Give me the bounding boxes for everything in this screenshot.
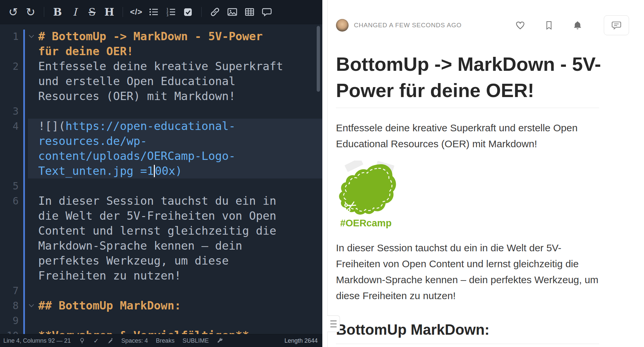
code-line[interactable]: 2Entfessele deine kreative Superkraftund… [0, 59, 322, 104]
keymap-setting[interactable]: SUBLIME [182, 337, 209, 344]
code-text[interactable]: # BottomUp -> MarkDown - 5V-Power [28, 29, 322, 44]
code-text[interactable]: perfektes Werkzeug, um diese [28, 253, 322, 268]
code-line[interactable]: 4![](https://open-educational-resources.… [0, 119, 322, 178]
title-divider [336, 108, 599, 108]
code-text[interactable]: **Verwahren & Vervielfältigen** [28, 328, 322, 334]
link-button[interactable] [208, 4, 222, 20]
section-heading: BottomUp MarkDown: [336, 321, 599, 338]
task-list-button[interactable] [181, 4, 195, 20]
oercamp-logo-image [336, 161, 401, 216]
line-number: 4 [0, 119, 19, 134]
authorship-bar [23, 30, 25, 334]
image-button[interactable] [226, 4, 239, 20]
code-text[interactable]: Markdown-Sprache kennen – dein [28, 238, 322, 253]
line-number: 3 [0, 104, 19, 119]
strikethrough-button[interactable]: S [85, 4, 99, 20]
undo-icon: ↺ [9, 6, 18, 18]
rendered-document: BottomUp -> MarkDown - 5V-Power für dein… [336, 51, 599, 344]
code-text[interactable]: für deine OER! [28, 44, 322, 59]
code-text[interactable]: Content und lernst gleichzeitig die [28, 223, 322, 238]
section-divider [336, 344, 599, 344]
line-number [0, 89, 19, 104]
undo-button[interactable]: ↺ [7, 4, 20, 20]
list-ol-icon: 123 [166, 7, 176, 17]
line-number [0, 134, 19, 149]
logo-caption: #OERcamp [336, 218, 396, 229]
code-line[interactable]: 6In dieser Session tauchst du ein indie … [0, 193, 322, 283]
preview-actions [515, 15, 629, 35]
indent-setting[interactable]: Spaces: 4 [121, 337, 148, 344]
markdown-editor-pane: ↺ ↻ B I S H </> 123 [0, 0, 322, 347]
pane-resize-handle[interactable] [327, 315, 340, 332]
document-length: Length 2644 [284, 337, 318, 344]
code-line[interactable]: 5 [0, 178, 322, 193]
code-line[interactable]: 7 [0, 283, 322, 298]
line-number [0, 238, 19, 253]
code-text[interactable]: Text_unten.jpg =100x) [28, 164, 322, 178]
linebreak-setting[interactable]: Breaks [156, 337, 174, 344]
italic-button[interactable]: I [68, 4, 81, 20]
code-text[interactable] [28, 104, 322, 119]
code-text[interactable]: In dieser Session tauchst du ein in [28, 193, 322, 208]
code-line[interactable]: 10**Verwahren & Vervielfältigen** [0, 328, 322, 334]
line-number: 7 [0, 283, 19, 298]
code-text[interactable] [28, 283, 322, 298]
avatar[interactable] [336, 19, 349, 32]
ordered-list-button[interactable]: 123 [164, 4, 177, 20]
spellcheck-toggle[interactable]: ✓ [93, 337, 99, 345]
code-block-button[interactable]: </> [130, 4, 143, 20]
line-number: 8 [0, 298, 19, 313]
app: { "colors": { "editor_heading": "#dfa15a… [0, 0, 644, 347]
fold-chevron-icon[interactable] [29, 302, 34, 307]
toolbar-separator [123, 7, 123, 17]
code-line[interactable]: 9 [0, 313, 322, 328]
code-text[interactable]: ![](https://open-educational- [28, 119, 322, 134]
line-number [0, 164, 19, 178]
code-line[interactable]: 1# BottomUp -> MarkDown - 5V-Powerfür de… [0, 29, 322, 59]
heart-icon[interactable] [515, 20, 525, 31]
table-icon [245, 7, 255, 17]
editor-scrollbar[interactable] [317, 26, 320, 92]
code-text[interactable]: Resources (OER) mit Markdown! [28, 89, 322, 104]
link-icon [210, 7, 220, 17]
code-line[interactable]: 3 [0, 104, 322, 119]
redo-icon: ↻ [26, 6, 36, 18]
code-line[interactable]: 8## BottomUp MarkDown: [0, 298, 322, 313]
line-number [0, 223, 19, 238]
line-number: 10 [0, 328, 19, 334]
code-text[interactable] [28, 178, 322, 193]
code-text[interactable]: Freiheiten zu nutzen! [28, 268, 322, 283]
line-number [0, 268, 19, 283]
fold-chevron-icon[interactable] [29, 33, 34, 38]
preferences-button[interactable] [217, 337, 223, 344]
comment-icon [262, 7, 272, 17]
grip-line [330, 320, 337, 321]
redo-button[interactable]: ↻ [24, 4, 37, 20]
grip-line [330, 323, 337, 324]
wrench-icon [217, 337, 223, 344]
bell-icon[interactable] [573, 20, 583, 30]
comment-button[interactable] [260, 4, 273, 20]
code-text[interactable]: und erstelle Open Educational [28, 74, 322, 89]
unordered-list-button[interactable] [147, 4, 160, 20]
split-gutter[interactable] [322, 0, 327, 347]
code-text[interactable]: die Welt der 5V-Freiheiten von Open [28, 208, 322, 223]
code-text[interactable]: resources.de/wp- [28, 134, 322, 149]
heading-button[interactable]: H [103, 4, 116, 20]
table-button[interactable] [243, 4, 256, 20]
line-number: 9 [0, 313, 19, 328]
code-text[interactable]: content/uploads/OERCamp-Logo- [28, 149, 322, 164]
preview-pane: CHANGED A FEW SECONDS AGO BottomUp -> Ma… [327, 0, 644, 347]
theme-button[interactable] [107, 337, 113, 344]
line-number [0, 208, 19, 223]
code-editor[interactable]: 1# BottomUp -> MarkDown - 5V-Powerfür de… [0, 24, 322, 334]
code-text[interactable]: ## BottomUp MarkDown: [28, 298, 322, 313]
code-text[interactable]: Entfessele deine kreative Superkraft [28, 59, 322, 74]
chat-panel-button[interactable] [604, 15, 629, 35]
line-number [0, 44, 19, 59]
bold-button[interactable]: B [51, 4, 64, 20]
paragraph: In dieser Session tauchst du ein in die … [336, 240, 599, 304]
night-mode-toggle[interactable] [79, 337, 85, 344]
bookmark-icon[interactable] [544, 20, 554, 30]
code-text[interactable] [28, 313, 322, 328]
